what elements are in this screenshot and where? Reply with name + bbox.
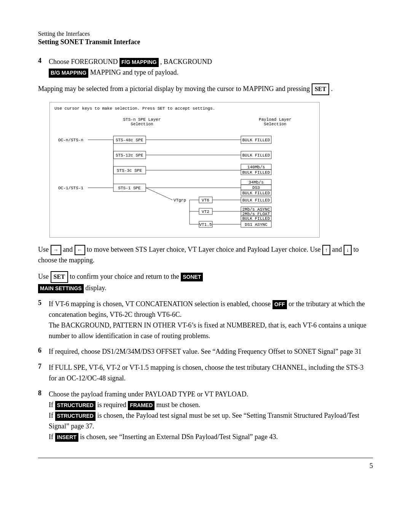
diagram-instruction: Use cursor keys to make selection. Press…: [54, 106, 315, 111]
step-5-number: 5: [38, 299, 49, 342]
step-7-content: If FULL SPE, VT-6, VT-2 or VT-1.5 mappin…: [49, 363, 373, 384]
step-7: 7 If FULL SPE, VT-6, VT-2 or VT-1.5 mapp…: [38, 363, 373, 384]
svg-text:VT6: VT6: [202, 198, 209, 203]
svg-text:Selection: Selection: [264, 122, 286, 126]
bg-mapping-badge: B/G MAPPING: [49, 69, 88, 78]
nav-and-2: and: [332, 246, 344, 253]
svg-text:2Mb/s ASYNC: 2Mb/s ASYNC: [242, 207, 270, 212]
step-8-content: Choose the payload framing under PAYLOAD…: [49, 389, 373, 442]
step8-structured2-badge: STRUCTURED: [55, 412, 96, 421]
nav-text-move: to move between STS Layer choice, VT Lay…: [87, 246, 321, 253]
step-7-number: 7: [38, 363, 49, 384]
svg-text:OC-n/STS-n: OC-n/STS-n: [58, 138, 83, 142]
svg-text:DS1 ASYNC: DS1 ASYNC: [245, 222, 268, 227]
svg-text:VTgrp: VTgrp: [174, 198, 186, 203]
mapping-paragraph: Mapping may be selected from a pictorial…: [38, 83, 373, 95]
svg-text:Selection: Selection: [131, 122, 153, 126]
page-container: Setting the Interfaces Setting SONET Tra…: [0, 0, 411, 532]
step6-text: If required, choose DS1/2M/34M/DS3 OFFSE…: [49, 348, 362, 355]
step8-framed-badge: FRAMED: [128, 401, 155, 410]
mapping-text: Mapping may be selected from a pictorial…: [38, 85, 310, 92]
step8-if3: If: [49, 433, 53, 441]
section-title: Setting SONET Transmit Interface: [38, 38, 373, 46]
set-badge: SET: [312, 83, 329, 95]
nav-and-1: and: [63, 246, 75, 253]
fg-mapping-badge: F/G MAPPING: [119, 58, 159, 67]
svg-text:140Mb/s: 140Mb/s: [247, 165, 265, 169]
step8-is-chosen: is chosen, the Payload test signal must …: [49, 412, 359, 430]
step8-is-required: is required: [97, 401, 128, 409]
step-6-number: 6: [38, 347, 49, 357]
nav-set-box: SET: [51, 271, 68, 283]
step-8-number: 8: [38, 389, 49, 442]
diagram: Use cursor keys to make selection. Press…: [49, 102, 320, 238]
svg-text:STS-3c SPE: STS-3c SPE: [117, 168, 142, 173]
svg-text:Payload Layer: Payload Layer: [259, 117, 292, 122]
bottom-rule: [38, 458, 373, 458]
svg-text:DS3: DS3: [252, 185, 260, 190]
svg-text:BULK FILLED: BULK FILLED: [242, 170, 270, 175]
mapping-period: .: [331, 85, 333, 92]
nav-arrow-left-box: ←: [75, 245, 85, 256]
step5-text1: If VT-6 mapping is chosen, VT CONCATENAT…: [49, 300, 271, 308]
nav-confirm-text: to confirm your choice and return to the: [70, 273, 181, 280]
step-5: 5 If VT-6 mapping is chosen, VT CONCATEN…: [38, 299, 373, 342]
nav-use: Use: [38, 246, 49, 253]
step8-if2: If: [49, 412, 53, 419]
nav-text-line1: Use → and ← to move between STS Layer ch…: [38, 244, 373, 266]
step8-insert-text: is chosen, see “Inserting an External DS…: [80, 433, 278, 441]
svg-text:VT2: VT2: [202, 209, 209, 214]
step4-text-background: , BACKGROUND: [160, 58, 212, 66]
step5-off-badge: OFF: [272, 300, 287, 309]
svg-text:BULK FILLED: BULK FILLED: [242, 191, 270, 195]
nav-arrow-up-box: ↑: [322, 245, 330, 256]
svg-text:VT1.5: VT1.5: [199, 222, 212, 227]
nav-use-2: Use: [38, 273, 49, 280]
step-4-content: Choose FOREGROUND F/G MAPPING , BACKGROU…: [49, 57, 212, 78]
svg-text:BULK FILLED: BULK FILLED: [242, 198, 270, 203]
nav-main-settings-badge: MAIN SETTINGS: [38, 284, 84, 293]
step8-if1: If: [49, 401, 53, 409]
step8-text1: Choose the payload framing under PAYLOAD…: [49, 390, 248, 398]
svg-text:2Mb/s FLOAT: 2Mb/s FLOAT: [242, 212, 270, 216]
nav-arrow-down-box: ↓: [344, 245, 352, 256]
step-6-content: If required, choose DS1/2M/34M/DS3 OFFSE…: [49, 347, 362, 357]
diagram-svg: STS-n SPE Layer Selection Payload Layer …: [54, 114, 313, 232]
step4-text-choose: Choose FOREGROUND: [49, 58, 118, 66]
step8-must-chosen: must be chosen.: [156, 401, 200, 409]
svg-text:BULK FILLED: BULK FILLED: [242, 138, 270, 142]
svg-text:STS-12c SPE: STS-12c SPE: [116, 153, 143, 158]
svg-line-38: [146, 188, 172, 200]
nav-text-line2: Use SET to confirm your choice and retur…: [38, 271, 373, 294]
svg-text:OC-1/STS-1: OC-1/STS-1: [58, 186, 83, 190]
svg-text:STS-n SPE Layer: STS-n SPE Layer: [123, 117, 161, 122]
svg-text:34Mb/s: 34Mb/s: [249, 180, 264, 185]
svg-text:STS-48c SPE: STS-48c SPE: [116, 138, 143, 142]
step-4: 4 Choose FOREGROUND F/G MAPPING , BACKGR…: [38, 57, 373, 78]
step4-text-end: MAPPING and type of payload.: [90, 69, 178, 76]
step7-text: If FULL SPE, VT-6, VT-2 or VT-1.5 mappin…: [49, 364, 363, 382]
step8-insert-badge: INSERT: [55, 433, 78, 442]
step-6: 6 If required, choose DS1/2M/34M/DS3 OFF…: [38, 347, 373, 357]
svg-text:STS-1 SPE: STS-1 SPE: [118, 186, 141, 190]
step5-text3: The BACKGROUND, PATTERN IN OTHER VT-6’s …: [49, 321, 366, 340]
breadcrumb: Setting the Interfaces: [38, 30, 373, 37]
svg-text:BULK FILLED: BULK FILLED: [242, 216, 270, 221]
step-4-number: 4: [38, 57, 49, 78]
nav-sonet-badge: SONET: [181, 273, 203, 282]
page-number: 5: [38, 462, 373, 470]
step-8: 8 Choose the payload framing under PAYLO…: [38, 389, 373, 442]
step8-structured1-badge: STRUCTURED: [55, 401, 96, 410]
nav-display-text: display.: [85, 284, 106, 292]
step-5-content: If VT-6 mapping is chosen, VT CONCATENAT…: [49, 299, 373, 342]
nav-arrow-right-box: →: [51, 245, 61, 256]
svg-text:BULK FILLED: BULK FILLED: [242, 153, 270, 158]
